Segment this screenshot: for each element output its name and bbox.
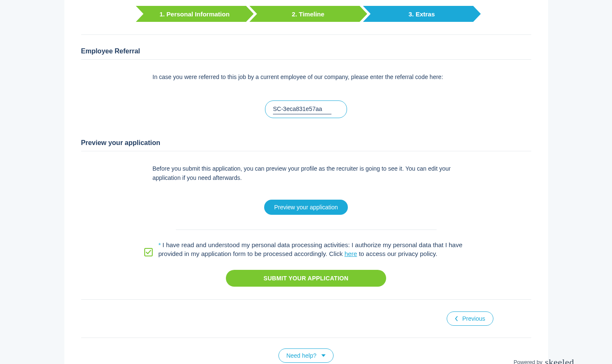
referral-intro: In case you were referred to this job by… [153,72,460,82]
referral-code-value: SC-3eca831e57aa [273,104,331,114]
consent-text: *I have read and understood my personal … [159,240,468,258]
step-label: 1. Personal Information [159,11,230,18]
required-star: * [159,241,161,248]
step-extras[interactable]: 3. Extras [363,6,481,22]
application-card: 1. Personal Information 2. Timeline 3. E… [64,0,548,364]
referral-code-input[interactable]: SC-3eca831e57aa [265,100,347,118]
consent-checkbox[interactable] [144,248,153,256]
brand-logo[interactable]: skeeled [545,357,574,364]
section-title-referral: Employee Referral [81,47,531,60]
help-label: Need help? [286,352,317,359]
consent-suffix: to access our privacy policy. [357,250,437,257]
caret-down-icon [321,354,326,357]
powered-by-label: Powered by [514,359,543,364]
preview-application-button[interactable]: Preview your application [264,200,348,215]
section-body-preview: Before you submit this application, you … [81,164,531,230]
step-personal-info[interactable]: 1. Personal Information [136,6,254,22]
chevron-left-icon [455,316,458,321]
privacy-link[interactable]: here [344,250,357,257]
previous-label: Previous [462,315,485,322]
need-help-button[interactable]: Need help? [278,348,334,363]
divider [176,229,437,230]
previous-button[interactable]: Previous [447,311,493,326]
submit-application-button[interactable]: SUBMIT YOUR APPLICATION [226,270,387,287]
help-row: Need help? [81,338,531,363]
section-title-preview: Preview your application [81,139,531,151]
nav-row: Previous [81,299,531,338]
step-timeline[interactable]: 2. Timeline [249,6,367,22]
step-label: 2. Timeline [292,11,324,18]
section-body-referral: In case you were referred to this job by… [81,72,531,135]
step-label: 3. Extras [408,11,435,18]
preview-intro: Before you submit this application, you … [153,164,460,183]
submit-row: SUBMIT YOUR APPLICATION [81,270,531,287]
footer-powered-by: Powered by skeeled [514,357,574,364]
check-icon [146,249,151,255]
consent-row: *I have read and understood my personal … [81,240,531,258]
stepper: 1. Personal Information 2. Timeline 3. E… [81,0,531,35]
